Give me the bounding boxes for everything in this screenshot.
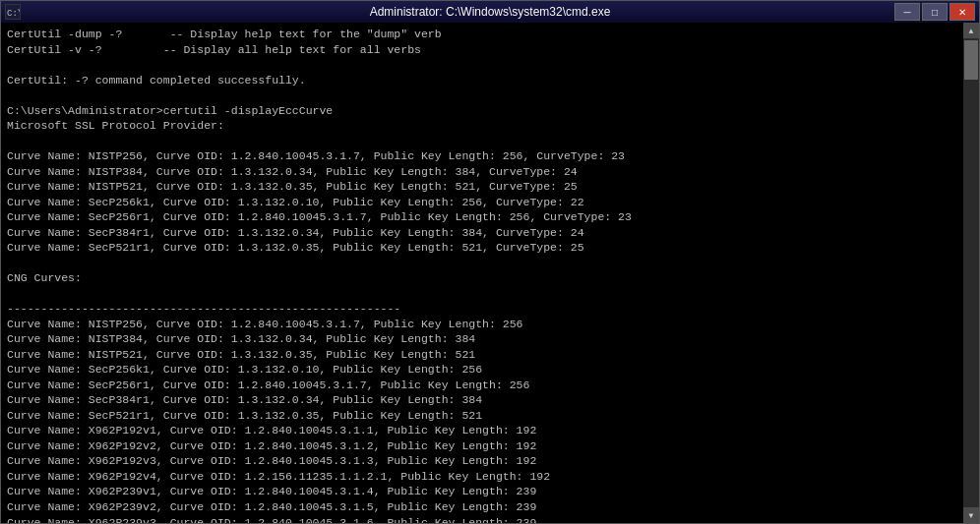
scrollbar[interactable]: ▲ ▼ [963,23,979,523]
cmd-icon: C:\ [5,4,21,20]
svg-text:C:\: C:\ [7,9,20,19]
scrollbar-thumb[interactable] [964,40,978,80]
title-bar-left: C:\ [5,4,21,20]
title-bar: C:\ Administrator: C:\Windows\system32\c… [1,1,979,23]
scroll-down-button[interactable]: ▼ [963,507,979,523]
scroll-up-button[interactable]: ▲ [963,23,979,38]
window-title: Administrator: C:\Windows\system32\cmd.e… [370,5,611,19]
content-area: CertUtil -dump -? -- Display help text f… [1,23,979,523]
window-controls: ─ □ ✕ [894,3,975,21]
maximize-button[interactable]: □ [922,3,948,21]
cmd-window: C:\ Administrator: C:\Windows\system32\c… [0,0,980,524]
close-button[interactable]: ✕ [949,3,975,21]
terminal-output[interactable]: CertUtil -dump -? -- Display help text f… [1,23,963,523]
minimize-button[interactable]: ─ [894,3,920,21]
